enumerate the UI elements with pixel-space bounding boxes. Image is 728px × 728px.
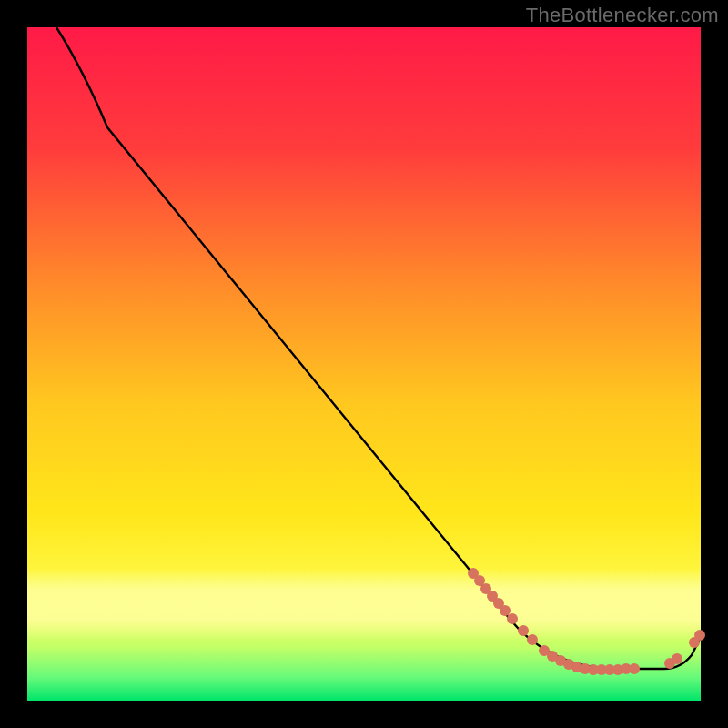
svg-point-7 [518,625,529,636]
chart-svg [0,0,728,728]
chart-root: TheBottlenecker.com [0,0,728,728]
watermark-text: TheBottlenecker.com [526,4,719,27]
highlight-band [27,569,701,642]
svg-point-5 [500,605,511,616]
svg-point-8 [527,634,538,645]
svg-point-24 [694,630,705,641]
svg-point-6 [507,613,518,624]
svg-point-20 [629,663,640,674]
svg-point-22 [672,653,682,664]
